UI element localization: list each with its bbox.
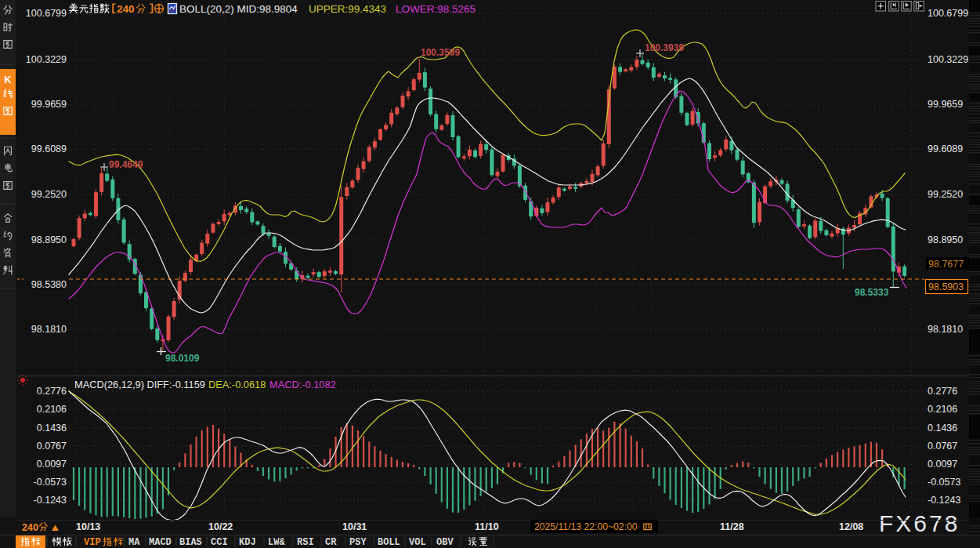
svg-text:BOLL: BOLL xyxy=(378,537,400,548)
svg-text:CR: CR xyxy=(325,537,337,548)
svg-text:0.2106: 0.2106 xyxy=(928,404,957,415)
svg-text:12/08: 12/08 xyxy=(839,521,863,532)
svg-text:OBV: OBV xyxy=(436,537,454,548)
svg-text:LOWER:98.5265: LOWER:98.5265 xyxy=(396,3,476,15)
svg-text:240: 240 xyxy=(22,522,38,533)
svg-text:2025/11/13 22:00~02:00: 2025/11/13 22:00~02:00 xyxy=(534,521,638,532)
svg-text:100.3229: 100.3229 xyxy=(26,54,67,65)
svg-text:-0.0573: -0.0573 xyxy=(928,477,960,488)
svg-text:BOLL(20,2) MID:98.9804: BOLL(20,2) MID:98.9804 xyxy=(179,3,298,15)
svg-text:KDJ: KDJ xyxy=(239,537,256,548)
svg-text:CCI: CCI xyxy=(211,537,228,548)
svg-text:100.6799: 100.6799 xyxy=(26,8,67,19)
svg-text:MACD:-0.1082: MACD:-0.1082 xyxy=(269,379,336,390)
svg-text:-0.1243: -0.1243 xyxy=(928,495,960,506)
svg-text:98.5333: 98.5333 xyxy=(855,287,889,298)
svg-text:10/13: 10/13 xyxy=(76,521,100,532)
svg-text:98.1810: 98.1810 xyxy=(928,324,963,335)
svg-text:K: K xyxy=(4,74,12,85)
svg-text:0.0767: 0.0767 xyxy=(928,441,957,452)
svg-text:99.9659: 99.9659 xyxy=(928,99,963,110)
svg-text:99.6089: 99.6089 xyxy=(928,143,963,154)
svg-text:0.1436: 0.1436 xyxy=(928,423,957,434)
svg-text:MACD: MACD xyxy=(149,537,172,548)
svg-text:98.0109: 98.0109 xyxy=(165,353,200,364)
svg-text:240: 240 xyxy=(117,3,135,15)
svg-text:VOL: VOL xyxy=(409,537,426,548)
svg-text:99.2520: 99.2520 xyxy=(31,189,67,200)
svg-text:MACD(26,12,9) DIFF:-0.1159: MACD(26,12,9) DIFF:-0.1159 xyxy=(74,379,205,390)
svg-text:BIAS: BIAS xyxy=(179,537,202,548)
svg-text:98.5380: 98.5380 xyxy=(31,279,67,290)
svg-text:98.8950: 98.8950 xyxy=(31,234,67,245)
svg-text:100.6799: 100.6799 xyxy=(928,8,968,19)
svg-text:100.3599: 100.3599 xyxy=(421,47,460,58)
svg-text:99.6089: 99.6089 xyxy=(31,143,67,154)
svg-text:99.2520: 99.2520 xyxy=(928,189,963,200)
svg-text:0.0097: 0.0097 xyxy=(37,459,67,470)
svg-text:FX678: FX678 xyxy=(879,510,960,536)
svg-text:98.7677: 98.7677 xyxy=(928,259,964,270)
svg-text:0.0097: 0.0097 xyxy=(928,459,957,470)
svg-text:10/22: 10/22 xyxy=(208,521,233,532)
svg-text:99.9659: 99.9659 xyxy=(31,99,67,110)
svg-text:0.1436: 0.1436 xyxy=(37,423,67,434)
svg-text:0.0767: 0.0767 xyxy=(37,441,67,452)
svg-text:UPPER:99.4343: UPPER:99.4343 xyxy=(309,3,386,15)
svg-text:11/10: 11/10 xyxy=(475,521,499,532)
svg-text:100.3229: 100.3229 xyxy=(928,54,968,65)
svg-text:11/28: 11/28 xyxy=(720,521,744,532)
svg-text:-0.0573: -0.0573 xyxy=(34,477,67,488)
svg-text:-0.1243: -0.1243 xyxy=(34,495,67,506)
svg-text:0.2106: 0.2106 xyxy=(37,404,67,415)
svg-text:MA: MA xyxy=(128,537,140,548)
svg-text:0.2776: 0.2776 xyxy=(37,386,67,397)
svg-text:99.4649: 99.4649 xyxy=(109,159,143,170)
svg-text:PSY: PSY xyxy=(349,537,367,548)
svg-text:LW&: LW& xyxy=(268,537,285,548)
svg-text:0.2776: 0.2776 xyxy=(928,386,957,397)
svg-text:98.1810: 98.1810 xyxy=(31,324,67,335)
svg-text:98.8950: 98.8950 xyxy=(928,234,963,245)
svg-text:10/31: 10/31 xyxy=(342,521,367,532)
svg-text:100.3939: 100.3939 xyxy=(645,42,684,53)
svg-text:RSI: RSI xyxy=(297,537,314,548)
svg-text:DEA:-0.0618: DEA:-0.0618 xyxy=(208,379,266,390)
svg-text:98.5903: 98.5903 xyxy=(928,281,964,292)
svg-text:VIP: VIP xyxy=(84,537,101,548)
